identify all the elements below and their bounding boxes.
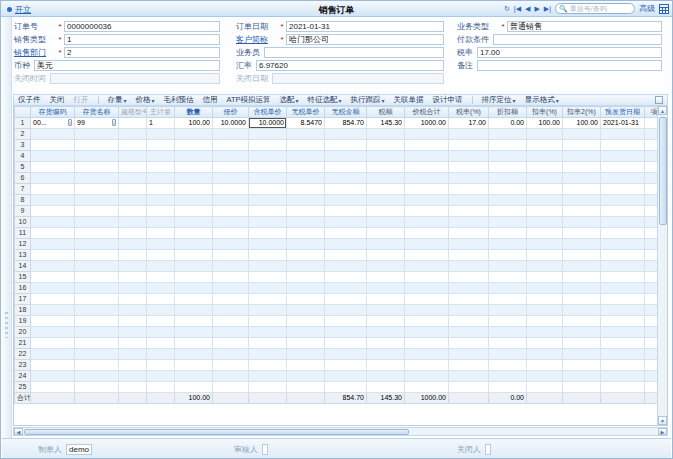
grid-column-header-扣率2(%)[interactable]: 扣率2(%) [563, 107, 601, 118]
grid-cell[interactable] [147, 349, 175, 360]
grid-cell[interactable] [213, 272, 249, 283]
grid-cell[interactable] [449, 316, 489, 327]
reference-icon[interactable] [68, 119, 72, 126]
grid-cell[interactable] [489, 360, 527, 371]
grid-cell[interactable] [489, 129, 527, 140]
field-input[interactable] [477, 60, 662, 71]
grid-cell[interactable] [175, 162, 213, 173]
grid-cell[interactable] [405, 162, 449, 173]
grid-cell[interactable] [147, 316, 175, 327]
grid-cell[interactable] [367, 338, 405, 349]
grid-cell[interactable] [75, 173, 119, 184]
grid-cell[interactable] [119, 250, 147, 261]
grid-cell[interactable] [645, 184, 658, 195]
grid-cell[interactable] [645, 272, 658, 283]
grid-cell[interactable] [645, 305, 658, 316]
grid-cell[interactable] [75, 140, 119, 151]
grid-cell[interactable] [645, 250, 658, 261]
grid-cell[interactable] [325, 283, 367, 294]
toolbar-item-执行跟踪[interactable]: 执行跟踪▾ [351, 95, 385, 105]
grid-cell[interactable] [489, 283, 527, 294]
field-input[interactable]: 哈门那公司 [286, 34, 444, 45]
grid-cell[interactable] [527, 305, 563, 316]
grid-cell[interactable] [147, 184, 175, 195]
grid-cell[interactable] [645, 129, 658, 140]
grid-cell[interactable] [449, 162, 489, 173]
grid-cell[interactable] [147, 305, 175, 316]
grid-cell[interactable] [563, 151, 601, 162]
grid-cell[interactable] [287, 360, 325, 371]
grid-cell[interactable] [527, 239, 563, 250]
grid-cell[interactable] [175, 316, 213, 327]
grid-cell[interactable] [489, 371, 527, 382]
grid-cell[interactable] [75, 261, 119, 272]
grid-cell[interactable] [75, 349, 119, 360]
field-input[interactable] [485, 444, 491, 455]
grid-row-header[interactable]: 8 [15, 195, 31, 206]
grid-cell[interactable] [249, 206, 287, 217]
grid-cell[interactable] [213, 206, 249, 217]
grid-cell[interactable] [449, 129, 489, 140]
grid-cell[interactable] [287, 151, 325, 162]
grid-cell[interactable] [405, 371, 449, 382]
grid-cell[interactable] [405, 206, 449, 217]
grid-cell[interactable] [147, 129, 175, 140]
toolbar-item-显示格式[interactable]: 显示格式▾ [525, 95, 559, 105]
grid-cell[interactable] [175, 382, 213, 393]
grid-cell[interactable] [249, 371, 287, 382]
advanced-search-link[interactable]: 高级 [639, 3, 655, 14]
grid-cell[interactable] [31, 283, 75, 294]
grid-cell[interactable] [175, 305, 213, 316]
grid-row-header[interactable]: 5 [15, 162, 31, 173]
grid-cell[interactable] [405, 294, 449, 305]
grid-cell[interactable] [147, 272, 175, 283]
grid-cell[interactable] [31, 294, 75, 305]
grid-cell[interactable] [367, 129, 405, 140]
grid-cell[interactable] [119, 162, 147, 173]
grid-cell[interactable] [449, 294, 489, 305]
grid-cell[interactable] [119, 349, 147, 360]
grid-cell[interactable] [563, 239, 601, 250]
grid-cell[interactable] [325, 184, 367, 195]
grid-cell[interactable] [563, 316, 601, 327]
grid-cell[interactable] [601, 250, 645, 261]
grid-cell[interactable] [601, 371, 645, 382]
grid-cell[interactable] [449, 195, 489, 206]
grid-cell[interactable] [645, 239, 658, 250]
grid-cell[interactable] [119, 140, 147, 151]
grid-cell[interactable] [147, 261, 175, 272]
grid-cell[interactable] [405, 250, 449, 261]
grid-cell[interactable] [75, 272, 119, 283]
field-input[interactable]: 17.00 [477, 47, 662, 58]
grid-cell[interactable] [31, 129, 75, 140]
grid-cell[interactable] [147, 239, 175, 250]
grid-cell[interactable] [119, 151, 147, 162]
grid-cell[interactable] [489, 250, 527, 261]
grid-cell[interactable] [249, 360, 287, 371]
grid-row-header[interactable]: 15 [15, 272, 31, 283]
grid-row-header[interactable]: 19 [15, 316, 31, 327]
grid-cell[interactable] [325, 129, 367, 140]
grid-cell[interactable] [75, 294, 119, 305]
grid-cell[interactable] [249, 261, 287, 272]
grid-cell[interactable] [449, 217, 489, 228]
toolbar-item-价格[interactable]: 价格▾ [136, 95, 155, 105]
grid-cell[interactable] [449, 305, 489, 316]
grid-cell[interactable] [249, 349, 287, 360]
grid-cell[interactable] [367, 316, 405, 327]
grid-cell[interactable] [489, 206, 527, 217]
grid-cell[interactable] [119, 283, 147, 294]
grid-cell[interactable] [75, 195, 119, 206]
grid-cell[interactable] [175, 283, 213, 294]
grid-row-header[interactable]: 17 [15, 294, 31, 305]
grid-cell[interactable] [527, 338, 563, 349]
scroll-up-icon[interactable]: ▲ [658, 106, 667, 115]
grid-cell[interactable]: 100.00 [527, 118, 563, 129]
grid-cell[interactable] [213, 250, 249, 261]
grid-cell[interactable] [213, 162, 249, 173]
grid-cell[interactable] [405, 195, 449, 206]
grid-cell[interactable] [489, 382, 527, 393]
grid-cell[interactable] [31, 206, 75, 217]
grid-cell[interactable] [563, 195, 601, 206]
grid-cell[interactable] [645, 140, 658, 151]
